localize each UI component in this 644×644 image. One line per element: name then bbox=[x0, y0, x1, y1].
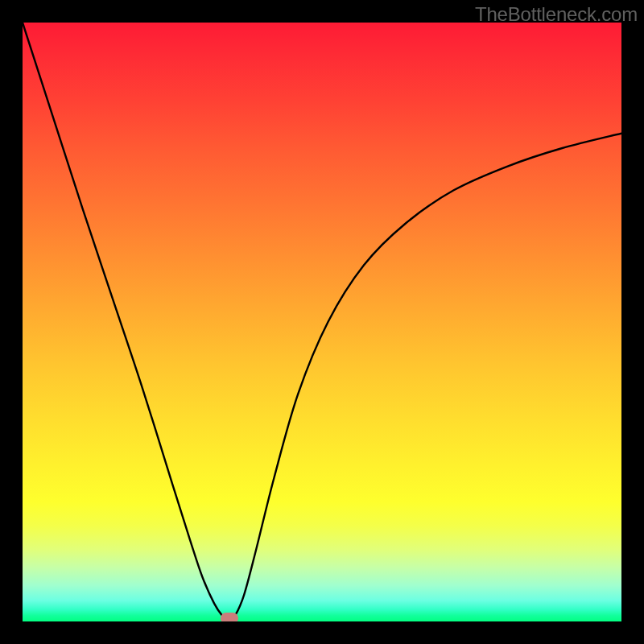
watermark-text: TheBottleneck.com bbox=[475, 3, 638, 26]
optimal-marker bbox=[221, 613, 238, 621]
bottleneck-curve bbox=[23, 23, 621, 621]
plot-area bbox=[23, 23, 621, 621]
chart-frame: TheBottleneck.com bbox=[0, 0, 644, 644]
